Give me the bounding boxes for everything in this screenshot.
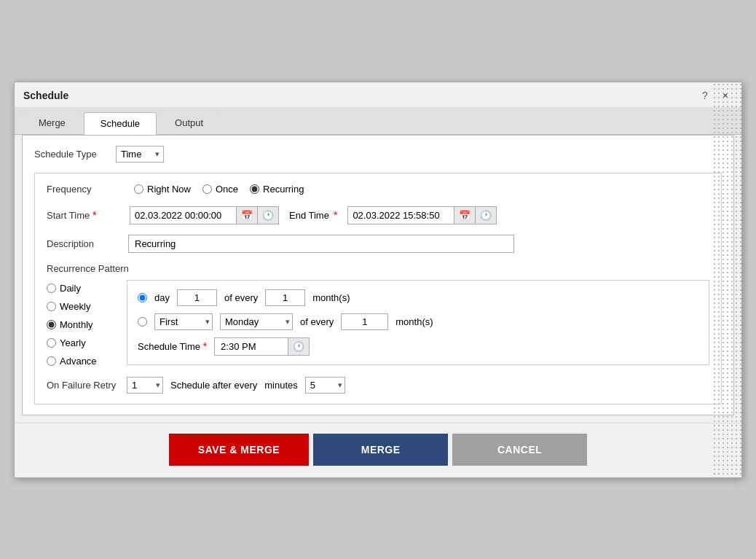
inner-box: Frequency Right Now Once Recurring — [34, 173, 722, 404]
monthly-day-row: day of every month(s) — [138, 289, 698, 306]
start-time-required: * — [92, 209, 96, 221]
schedule-time-clock-btn[interactable]: 🕐 — [288, 338, 309, 355]
dialog-scroll-area: Schedule Type Time Event Frequency — [15, 135, 741, 423]
frequency-label: Frequency — [47, 184, 119, 195]
description-label: Description — [47, 238, 119, 249]
monthly-of-every-label: of every — [224, 292, 258, 303]
recurrence-daily-radio[interactable] — [47, 284, 56, 293]
start-time-input-group: 📅 🕐 — [130, 206, 279, 224]
titlebar-icons: ? ✕ — [698, 88, 733, 103]
recurrence-weekly[interactable]: Weekly — [47, 301, 127, 312]
recurrence-daily-label: Daily — [60, 283, 81, 294]
minutes-select-wrapper: 5 10 15 20 30 — [305, 377, 345, 394]
merge-button[interactable]: MERGE — [313, 434, 448, 466]
schedule-time-input-group: 🕐 — [214, 337, 310, 356]
description-input[interactable] — [128, 235, 514, 253]
recurrence-advance-radio[interactable] — [47, 356, 56, 366]
schedule-type-select[interactable]: Time Event — [116, 146, 164, 163]
schedule-type-row: Schedule Type Time Event — [34, 146, 722, 163]
frequency-once[interactable]: Once — [202, 184, 238, 195]
time-row: Start Time * 📅 🕐 End Time * 📅 — [47, 206, 709, 224]
ordinal-select[interactable]: First Second Third Fourth Last — [154, 313, 213, 330]
recurrence-detail: day of every month(s) First — [127, 280, 709, 365]
schedule-time-required: * — [203, 340, 207, 352]
recurrence-daily[interactable]: Daily — [47, 283, 127, 294]
schedule-time-input[interactable] — [215, 338, 288, 355]
recurrence-weekly-radio[interactable] — [47, 302, 56, 311]
monthly-ordinal-row: First Second Third Fourth Last Monday — [138, 313, 698, 330]
recurrence-advance-label: Advance — [60, 356, 97, 367]
weekday-select[interactable]: Monday Tuesday Wednesday Thursday Friday… — [220, 313, 293, 330]
monthly-month1-input[interactable] — [265, 289, 305, 306]
end-time-input-group: 📅 🕐 — [347, 206, 497, 224]
close-icon[interactable]: ✕ — [718, 88, 733, 103]
start-time-label: Start Time * — [47, 209, 119, 221]
schedule-type-label: Schedule Type — [34, 149, 107, 160]
recurrence-layout: Daily Weekly Monthly Yearly — [47, 280, 709, 367]
tab-output[interactable]: Output — [158, 112, 220, 134]
tab-merge[interactable]: Merge — [22, 112, 82, 134]
dialog-footer: SAVE & MERGE MERGE CANCEL — [15, 423, 741, 477]
start-time-calendar-btn[interactable]: 📅 — [236, 207, 257, 224]
tabs-bar: Merge Schedule Output — [15, 107, 741, 135]
frequency-radio-group: Right Now Once Recurring — [134, 184, 304, 195]
schedule-type-select-wrapper: Time Event — [116, 146, 164, 163]
failure-retry-row: On Failure Retry 1 2 3 4 5 Schedule afte… — [47, 377, 709, 394]
schedule-time-row: Schedule Time * 🕐 — [138, 337, 698, 356]
end-time-label-group: End Time * — [289, 209, 337, 221]
recurrence-monthly-radio[interactable] — [47, 320, 56, 329]
recurrence-pattern-label: Recurrence Pattern — [47, 263, 709, 274]
frequency-once-label: Once — [216, 184, 238, 195]
end-time-label: End Time — [289, 210, 329, 221]
end-time-calendar-btn[interactable]: 📅 — [454, 207, 475, 224]
frequency-recurring[interactable]: Recurring — [250, 184, 304, 195]
help-icon[interactable]: ? — [698, 88, 712, 103]
description-row: Description — [47, 235, 709, 253]
recurrence-yearly-radio[interactable] — [47, 338, 56, 348]
cancel-button[interactable]: CANCEL — [452, 434, 587, 466]
frequency-right-now[interactable]: Right Now — [134, 184, 191, 195]
monthly-months-label2: month(s) — [395, 316, 433, 327]
monthly-months-label: month(s) — [312, 292, 350, 303]
monthly-month2-input[interactable] — [341, 313, 388, 330]
recurrence-advance[interactable]: Advance — [47, 356, 127, 367]
recurrence-monthly[interactable]: Monthly — [47, 319, 127, 330]
end-time-input[interactable] — [348, 207, 454, 224]
on-failure-retry-label: On Failure Retry — [47, 380, 119, 391]
monthly-day-input[interactable] — [177, 289, 217, 306]
recurrence-yearly-label: Yearly — [60, 337, 86, 348]
monthly-day-radio[interactable] — [138, 293, 147, 302]
save-merge-button[interactable]: SAVE & MERGE — [169, 434, 309, 466]
dialog-title: Schedule — [23, 90, 68, 101]
weekday-select-wrapper: Monday Tuesday Wednesday Thursday Friday… — [220, 313, 293, 330]
frequency-recurring-radio[interactable] — [250, 184, 259, 194]
frequency-recurring-label: Recurring — [263, 184, 304, 195]
dialog-body: Schedule Type Time Event Frequency — [22, 135, 734, 415]
recurrence-options: Daily Weekly Monthly Yearly — [47, 280, 127, 367]
frequency-once-radio[interactable] — [202, 184, 212, 194]
frequency-row: Frequency Right Now Once Recurring — [47, 184, 709, 195]
monthly-ordinal-radio[interactable] — [138, 317, 147, 327]
start-time-input[interactable] — [130, 207, 236, 224]
monthly-day-label: day — [154, 292, 170, 303]
frequency-right-now-label: Right Now — [147, 184, 191, 195]
frequency-right-now-radio[interactable] — [134, 184, 143, 194]
dialog-titlebar: Schedule ? ✕ — [15, 82, 741, 107]
retry-count-select[interactable]: 1 2 3 4 5 — [127, 377, 163, 394]
schedule-time-label: Schedule Time * — [138, 340, 207, 352]
start-time-clock-btn[interactable]: 🕐 — [257, 207, 278, 224]
minutes-select[interactable]: 5 10 15 20 30 — [305, 377, 345, 394]
minutes-label: minutes — [264, 380, 298, 391]
schedule-after-label: Schedule after every — [170, 380, 257, 391]
monthly-of-every-label2: of every — [300, 316, 334, 327]
recurrence-yearly[interactable]: Yearly — [47, 337, 127, 348]
tab-schedule[interactable]: Schedule — [84, 112, 157, 135]
recurrence-weekly-label: Weekly — [60, 301, 90, 312]
end-time-clock-btn[interactable]: 🕐 — [475, 207, 496, 224]
ordinal-select-wrapper: First Second Third Fourth Last — [154, 313, 213, 330]
end-time-required: * — [334, 209, 337, 221]
schedule-dialog: Schedule ? ✕ Merge Schedule Output Sched… — [14, 82, 742, 478]
recurrence-monthly-label: Monthly — [60, 319, 93, 330]
retry-count-select-wrapper: 1 2 3 4 5 — [127, 377, 163, 394]
